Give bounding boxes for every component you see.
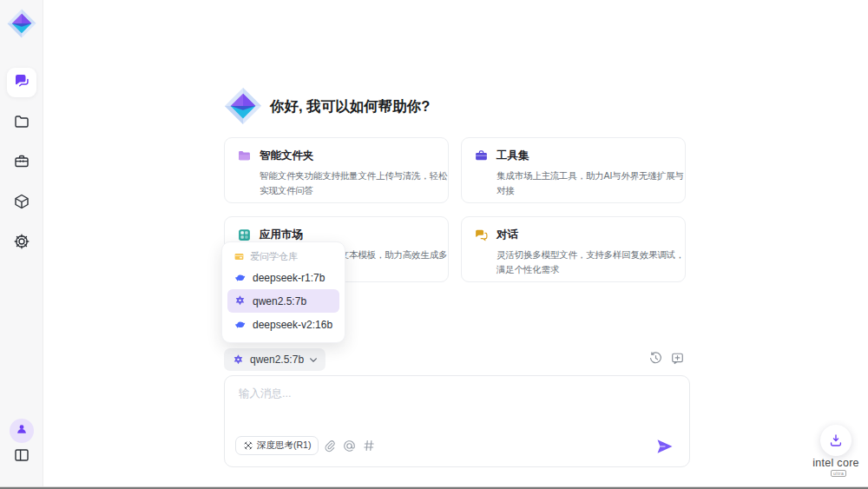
card-description: 灵活切换多模型文件，支持多样回复效果调试，满足个性化需求 xyxy=(496,248,689,277)
app-grid-icon xyxy=(237,228,252,242)
chat-icon xyxy=(13,72,30,93)
card-title: 智能文件夹 xyxy=(260,149,314,163)
chat-gold-icon xyxy=(474,228,489,242)
card-description: 集成市场上主流工具，助力AI与外界无缝扩展与对接 xyxy=(496,169,689,198)
model-option-qwen[interactable]: qwen2.5:7b xyxy=(227,289,339,313)
intel-badge: ultra xyxy=(831,470,846,477)
model-option-label: deepseek-v2:16b xyxy=(253,319,332,331)
deepseek-icon xyxy=(233,318,247,331)
model-selector[interactable]: qwen2.5:7b xyxy=(224,348,326,371)
card-title: 对话 xyxy=(496,228,518,242)
user-avatar[interactable] xyxy=(10,419,34,443)
sidebar xyxy=(0,0,43,486)
message-input[interactable] xyxy=(239,387,664,425)
download-button[interactable] xyxy=(820,425,852,456)
page-title: 你好, 我可以如何帮助你? xyxy=(270,97,430,116)
selected-model-label: qwen2.5:7b xyxy=(250,354,304,366)
card-title: 工具集 xyxy=(496,149,529,163)
qwen-icon xyxy=(232,354,245,367)
sidebar-item-models[interactable] xyxy=(13,193,30,210)
history-button[interactable] xyxy=(648,351,663,366)
briefcase-icon xyxy=(13,158,30,173)
prompt-template-button[interactable] xyxy=(362,439,377,453)
card-title: 应用市场 xyxy=(260,228,303,242)
chevron-down-icon xyxy=(309,357,318,363)
collapse-panel-button[interactable] xyxy=(13,446,30,464)
cube-icon xyxy=(13,198,30,213)
panel-icon xyxy=(13,452,30,466)
qwen-icon xyxy=(233,294,247,307)
gear-icon xyxy=(13,238,30,253)
send-button[interactable] xyxy=(656,439,674,454)
message-composer: 深度思考(R1) xyxy=(224,375,690,467)
send-icon xyxy=(656,439,674,454)
repo-label: 爱问学仓库 xyxy=(250,250,298,263)
model-option-label: qwen2.5:7b xyxy=(253,295,306,307)
deep-think-toggle[interactable]: 深度思考(R1) xyxy=(235,436,319,455)
card-toolset[interactable]: 工具集 集成市场上主流工具，助力AI与外界无缝扩展与对接 xyxy=(461,137,686,203)
person-icon xyxy=(14,421,30,440)
attach-file-button[interactable] xyxy=(322,439,337,453)
model-option-label: deepseek-r1:7b xyxy=(253,272,325,284)
sidebar-item-settings[interactable] xyxy=(13,233,30,250)
briefcase-purple-icon xyxy=(474,149,489,163)
model-repo-header: 爱问学仓库 xyxy=(227,247,339,266)
card-dialogue[interactable]: 对话 灵活切换多模型文件，支持多样回复效果调试，满足个性化需求 xyxy=(461,216,686,282)
new-chat-button[interactable] xyxy=(670,351,685,366)
sidebar-item-toolset[interactable] xyxy=(13,153,30,170)
model-dropdown: 爱问学仓库 deepseek-r1:7b qwen2.5:7b deepseek… xyxy=(221,241,345,343)
repo-icon xyxy=(233,251,245,262)
hash-icon xyxy=(362,439,376,453)
paperclip-icon xyxy=(322,439,337,453)
intel-core-logo: intel core xyxy=(806,457,866,469)
deep-think-label: 深度思考(R1) xyxy=(257,439,311,452)
new-chat-icon xyxy=(670,351,685,366)
app-logo-icon xyxy=(6,8,37,39)
history-icon xyxy=(648,351,663,366)
greeting-logo-icon xyxy=(223,86,263,126)
download-icon xyxy=(828,433,844,448)
card-smart-folder[interactable]: 智能文件夹 智能文件夹功能支持批量文件上传与清洗，轻松实现文件问答 xyxy=(224,137,449,203)
deepseek-icon xyxy=(233,271,247,284)
deep-think-icon xyxy=(243,440,253,451)
at-icon xyxy=(342,439,357,453)
sidebar-item-chat[interactable] xyxy=(7,68,36,97)
model-option-deepseek-v2[interactable]: deepseek-v2:16b xyxy=(227,313,339,336)
folder-icon xyxy=(13,118,30,133)
model-option-deepseek-r1[interactable]: deepseek-r1:7b xyxy=(227,266,339,289)
mention-button[interactable] xyxy=(342,439,357,453)
folder-purple-icon xyxy=(237,149,252,163)
card-description: 智能文件夹功能支持批量文件上传与清洗，轻松实现文件问答 xyxy=(260,169,452,198)
sidebar-item-folders[interactable] xyxy=(13,113,30,130)
